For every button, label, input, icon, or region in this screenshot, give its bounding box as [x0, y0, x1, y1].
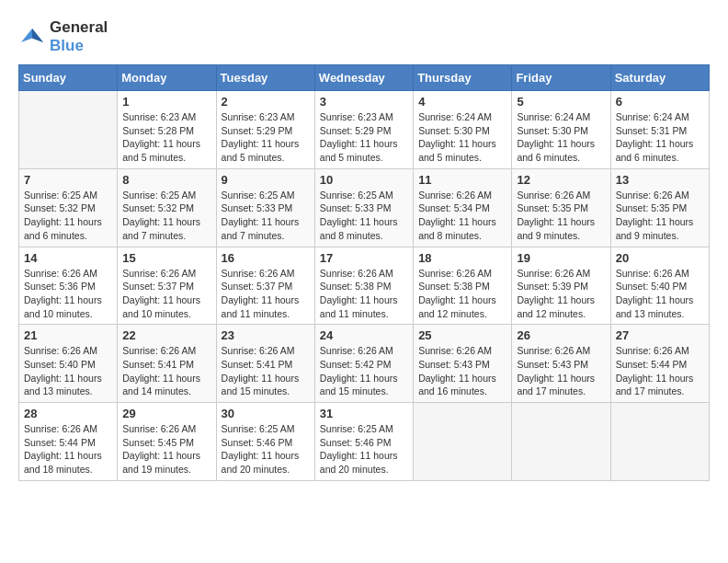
day-info: Sunrise: 6:26 AM Sunset: 5:44 PM Dayligh… [24, 422, 112, 477]
day-cell: 5Sunrise: 6:24 AM Sunset: 5:30 PM Daylig… [512, 91, 610, 169]
week-row-5: 28Sunrise: 6:26 AM Sunset: 5:44 PM Dayli… [19, 403, 710, 481]
header-cell-monday: Monday [118, 65, 216, 91]
day-number: 29 [122, 407, 210, 420]
logo: General Blue [18, 18, 108, 55]
day-cell: 29Sunrise: 6:26 AM Sunset: 5:45 PM Dayli… [118, 403, 216, 481]
day-cell [19, 91, 118, 169]
day-number: 3 [320, 95, 408, 109]
header-cell-saturday: Saturday [610, 65, 709, 91]
day-info: Sunrise: 6:25 AM Sunset: 5:46 PM Dayligh… [222, 422, 310, 477]
day-number: 1 [122, 95, 210, 109]
day-info: Sunrise: 6:23 AM Sunset: 5:28 PM Dayligh… [122, 110, 210, 165]
day-cell: 2Sunrise: 6:23 AM Sunset: 5:29 PM Daylig… [216, 91, 314, 169]
day-info: Sunrise: 6:23 AM Sunset: 5:29 PM Dayligh… [222, 110, 310, 165]
day-number: 14 [24, 251, 112, 265]
week-row-4: 21Sunrise: 6:26 AM Sunset: 5:40 PM Dayli… [19, 325, 710, 403]
day-cell: 15Sunrise: 6:26 AM Sunset: 5:37 PM Dayli… [118, 247, 216, 325]
day-number: 6 [616, 95, 704, 109]
day-number: 9 [222, 173, 310, 187]
header-row: SundayMondayTuesdayWednesdayThursdayFrid… [19, 65, 710, 91]
day-info: Sunrise: 6:26 AM Sunset: 5:41 PM Dayligh… [222, 344, 310, 398]
day-info: Sunrise: 6:26 AM Sunset: 5:38 PM Dayligh… [418, 267, 506, 321]
week-row-1: 1Sunrise: 6:23 AM Sunset: 5:28 PM Daylig… [19, 91, 710, 169]
day-cell: 17Sunrise: 6:26 AM Sunset: 5:38 PM Dayli… [314, 247, 413, 325]
week-row-3: 14Sunrise: 6:26 AM Sunset: 5:36 PM Dayli… [19, 247, 710, 325]
day-info: Sunrise: 6:26 AM Sunset: 5:40 PM Dayligh… [24, 344, 112, 398]
day-info: Sunrise: 6:26 AM Sunset: 5:44 PM Dayligh… [616, 344, 704, 398]
day-cell: 21Sunrise: 6:26 AM Sunset: 5:40 PM Dayli… [19, 325, 118, 403]
day-info: Sunrise: 6:25 AM Sunset: 5:32 PM Dayligh… [24, 189, 112, 243]
day-cell [512, 403, 610, 481]
header-cell-wednesday: Wednesday [314, 65, 413, 91]
page-header: General Blue [18, 18, 710, 55]
day-cell: 14Sunrise: 6:26 AM Sunset: 5:36 PM Dayli… [19, 247, 118, 325]
day-info: Sunrise: 6:25 AM Sunset: 5:46 PM Dayligh… [320, 422, 408, 477]
day-number: 30 [222, 407, 310, 420]
header-cell-sunday: Sunday [19, 65, 118, 91]
day-cell: 12Sunrise: 6:26 AM Sunset: 5:35 PM Dayli… [512, 168, 610, 247]
day-number: 28 [24, 407, 112, 420]
day-number: 2 [222, 95, 310, 109]
day-cell: 10Sunrise: 6:25 AM Sunset: 5:33 PM Dayli… [314, 168, 413, 247]
day-cell: 20Sunrise: 6:26 AM Sunset: 5:40 PM Dayli… [610, 247, 709, 325]
day-cell: 18Sunrise: 6:26 AM Sunset: 5:38 PM Dayli… [414, 247, 512, 325]
day-cell: 9Sunrise: 6:25 AM Sunset: 5:33 PM Daylig… [216, 168, 314, 247]
day-number: 23 [222, 328, 310, 342]
day-info: Sunrise: 6:26 AM Sunset: 5:43 PM Dayligh… [418, 344, 506, 398]
day-info: Sunrise: 6:26 AM Sunset: 5:43 PM Dayligh… [517, 344, 605, 398]
day-cell: 26Sunrise: 6:26 AM Sunset: 5:43 PM Dayli… [512, 325, 610, 403]
day-info: Sunrise: 6:25 AM Sunset: 5:33 PM Dayligh… [222, 189, 310, 243]
day-number: 18 [418, 251, 506, 265]
day-info: Sunrise: 6:26 AM Sunset: 5:38 PM Dayligh… [320, 267, 408, 321]
day-number: 15 [122, 251, 210, 265]
day-info: Sunrise: 6:26 AM Sunset: 5:35 PM Dayligh… [517, 189, 605, 243]
day-cell: 19Sunrise: 6:26 AM Sunset: 5:39 PM Dayli… [512, 247, 610, 325]
day-cell [414, 403, 512, 481]
day-info: Sunrise: 6:25 AM Sunset: 5:33 PM Dayligh… [320, 189, 408, 243]
day-info: Sunrise: 6:25 AM Sunset: 5:32 PM Dayligh… [122, 189, 210, 243]
day-cell: 27Sunrise: 6:26 AM Sunset: 5:44 PM Dayli… [610, 325, 709, 403]
day-cell: 1Sunrise: 6:23 AM Sunset: 5:28 PM Daylig… [118, 91, 216, 169]
day-number: 25 [418, 328, 506, 342]
day-info: Sunrise: 6:26 AM Sunset: 5:35 PM Dayligh… [616, 189, 704, 243]
day-cell: 24Sunrise: 6:26 AM Sunset: 5:42 PM Dayli… [314, 325, 413, 403]
day-cell: 23Sunrise: 6:26 AM Sunset: 5:41 PM Dayli… [216, 325, 314, 403]
day-cell: 11Sunrise: 6:26 AM Sunset: 5:34 PM Dayli… [414, 168, 512, 247]
day-number: 21 [24, 328, 112, 342]
day-number: 7 [24, 173, 112, 187]
day-info: Sunrise: 6:26 AM Sunset: 5:39 PM Dayligh… [517, 267, 605, 321]
day-info: Sunrise: 6:24 AM Sunset: 5:31 PM Dayligh… [616, 110, 704, 165]
day-info: Sunrise: 6:26 AM Sunset: 5:40 PM Dayligh… [616, 267, 704, 321]
day-number: 8 [122, 173, 210, 187]
day-cell: 7Sunrise: 6:25 AM Sunset: 5:32 PM Daylig… [19, 168, 118, 247]
day-number: 20 [616, 251, 704, 265]
day-info: Sunrise: 6:26 AM Sunset: 5:37 PM Dayligh… [222, 267, 310, 321]
day-cell: 28Sunrise: 6:26 AM Sunset: 5:44 PM Dayli… [19, 403, 118, 481]
day-number: 10 [320, 173, 408, 187]
svg-marker-1 [32, 29, 43, 42]
day-number: 16 [222, 251, 310, 265]
day-info: Sunrise: 6:26 AM Sunset: 5:41 PM Dayligh… [122, 344, 210, 398]
day-cell: 4Sunrise: 6:24 AM Sunset: 5:30 PM Daylig… [414, 91, 512, 169]
day-info: Sunrise: 6:26 AM Sunset: 5:34 PM Dayligh… [418, 189, 506, 243]
header-cell-friday: Friday [512, 65, 610, 91]
day-info: Sunrise: 6:23 AM Sunset: 5:29 PM Dayligh… [320, 110, 408, 165]
header-cell-tuesday: Tuesday [216, 65, 314, 91]
day-cell: 25Sunrise: 6:26 AM Sunset: 5:43 PM Dayli… [414, 325, 512, 403]
day-info: Sunrise: 6:24 AM Sunset: 5:30 PM Dayligh… [517, 110, 605, 165]
calendar-table: SundayMondayTuesdayWednesdayThursdayFrid… [18, 64, 710, 481]
day-cell: 3Sunrise: 6:23 AM Sunset: 5:29 PM Daylig… [314, 91, 413, 169]
day-number: 4 [418, 95, 506, 109]
day-info: Sunrise: 6:26 AM Sunset: 5:45 PM Dayligh… [122, 422, 210, 477]
day-number: 22 [122, 328, 210, 342]
logo-icon [18, 23, 46, 51]
day-cell: 16Sunrise: 6:26 AM Sunset: 5:37 PM Dayli… [216, 247, 314, 325]
header-cell-thursday: Thursday [414, 65, 512, 91]
day-cell: 22Sunrise: 6:26 AM Sunset: 5:41 PM Dayli… [118, 325, 216, 403]
day-number: 31 [320, 407, 408, 420]
week-row-2: 7Sunrise: 6:25 AM Sunset: 5:32 PM Daylig… [19, 168, 710, 247]
day-cell: 13Sunrise: 6:26 AM Sunset: 5:35 PM Dayli… [610, 168, 709, 247]
day-info: Sunrise: 6:26 AM Sunset: 5:36 PM Dayligh… [24, 267, 112, 321]
day-info: Sunrise: 6:26 AM Sunset: 5:42 PM Dayligh… [320, 344, 408, 398]
logo-text: General Blue [50, 18, 108, 55]
